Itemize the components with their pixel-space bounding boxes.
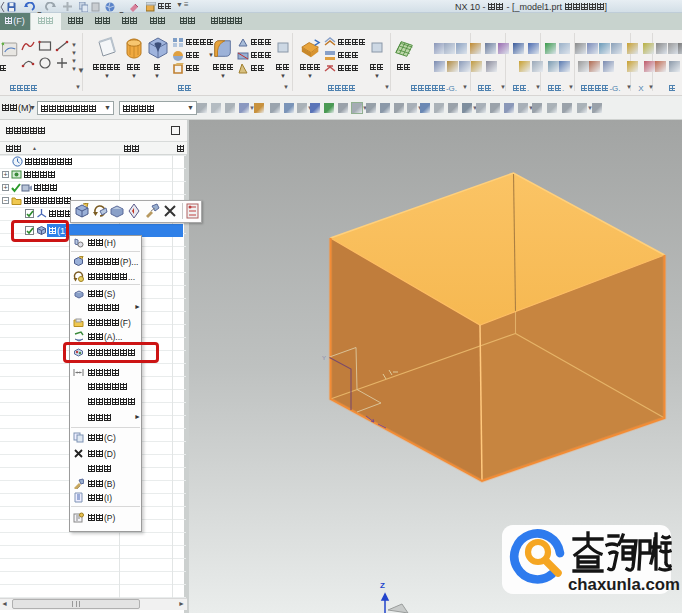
svg-text:chaxunla.com: chaxunla.com (568, 575, 680, 594)
svg-text:Z: Z (380, 581, 385, 590)
svg-text:Y: Y (322, 355, 326, 361)
